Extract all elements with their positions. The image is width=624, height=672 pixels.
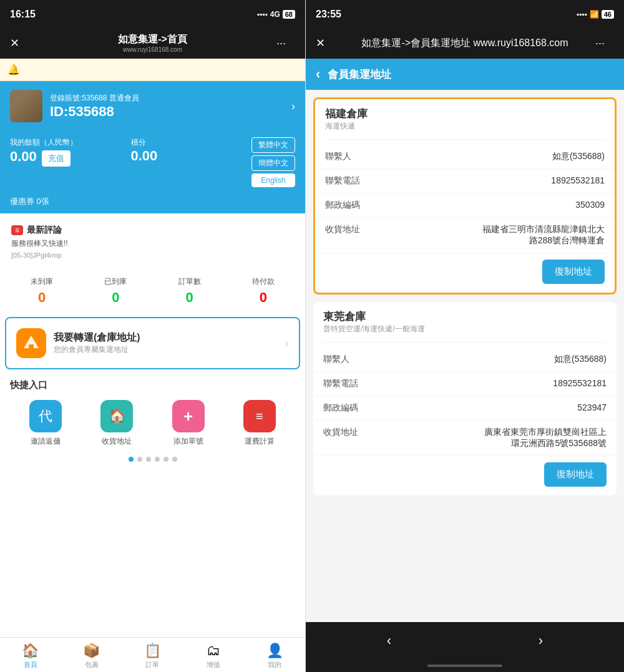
transfer-icon	[16, 328, 46, 358]
left-nav-center: 如意集運->首頁 www.ruyi168168.com	[29, 33, 276, 53]
transfer-subtitle: 您的會員專屬集運地址	[54, 344, 278, 355]
fujian-zip-row: 郵政編碼 350309	[315, 193, 615, 218]
prev-arrow-icon[interactable]: ‹	[387, 633, 391, 649]
fujian-zip-label: 郵政編碼	[325, 200, 360, 211]
user-label: 登錄賬號:535688 普通會員	[50, 93, 284, 104]
points-label: 積分	[131, 137, 246, 148]
lang-buttons: 繁體中文 簡體中文 English	[251, 137, 295, 187]
dongguan-address-row: 收貨地址 廣東省東莞市厚街鎮雙崗社區上環元洲西路5號535688號	[313, 421, 617, 456]
fujian-zip-value: 350309	[575, 200, 605, 210]
tab-mine[interactable]: 👤 我的	[244, 643, 305, 670]
tab-package[interactable]: 📦 包裹	[61, 643, 122, 670]
left-nav-title: 如意集運->首頁	[118, 33, 187, 46]
close-icon[interactable]: ✕	[10, 36, 29, 50]
left-nav-bar: ✕ 如意集運->首頁 www.ruyi168168.com ···	[0, 27, 305, 59]
lang-english[interactable]: English	[251, 173, 295, 187]
fujian-phone-value: 18925532181	[551, 175, 605, 185]
left-nav-subtitle: www.ruyi168168.com	[123, 46, 182, 53]
lang-simplified[interactable]: 簡體中文	[251, 155, 295, 171]
reviews-badge: ≡	[11, 225, 23, 235]
tab-home[interactable]: 🏠 首頁	[0, 643, 61, 670]
stat-value-2: 0	[186, 290, 193, 306]
left-status-bar: 16:15 ▪▪▪▪ 4G 68	[0, 0, 305, 27]
dongguan-name: 東莞倉庫	[323, 309, 607, 324]
value-tab-icon: 🗂	[207, 643, 220, 659]
dot-2	[137, 457, 142, 462]
reviews-title: 最新評論	[27, 225, 62, 236]
dot-4	[155, 457, 160, 462]
stat-value-1: 0	[112, 290, 119, 306]
stats-row: 未到庫 0 已到庫 0 訂單數 0 待付款 0	[5, 270, 300, 312]
balance-item: 我的餘額（人民幣） 0.00 充值	[10, 137, 125, 167]
right-close-icon[interactable]: ✕	[316, 36, 334, 50]
fujian-phone-label: 聯繫電話	[325, 175, 360, 187]
fujian-phone-row: 聯繫電話 18925532181	[315, 169, 615, 193]
balance-section: 我的餘額（人民幣） 0.00 充值 積分 0.00 繁體中文 簡體中文 Engl…	[0, 131, 305, 196]
dot-6	[172, 457, 177, 462]
recharge-button[interactable]: 充值	[42, 150, 71, 167]
right-phone: 23:55 ▪▪▪▪ 📶 46 ✕ 如意集運->會員集運地址 www.ruyi1…	[306, 0, 624, 672]
more-icon[interactable]: ···	[276, 37, 295, 50]
quick-add-number[interactable]: + 添加單號	[153, 400, 224, 447]
address-label: 收貨地址	[102, 436, 132, 447]
fujian-copy-button[interactable]: 復制地址	[542, 260, 605, 284]
dongguan-zip-label: 郵政編碼	[323, 402, 358, 414]
freight-icon: ≡	[243, 400, 276, 432]
fujian-contact-value: 如意(535688)	[552, 151, 605, 162]
quick-invite[interactable]: 代 邀請返傭	[10, 400, 81, 447]
tab-order[interactable]: 📋 訂單	[122, 643, 183, 670]
home-tab-label: 首頁	[24, 660, 37, 670]
stat-label-3: 待付款	[252, 276, 275, 287]
next-arrow-icon[interactable]: ›	[539, 633, 543, 649]
transfer-title: 我要轉運(倉庫地址)	[54, 331, 278, 344]
user-id: ID:535688	[50, 104, 284, 120]
user-info: 登錄賬號:535688 普通會員 ID:535688	[50, 93, 284, 120]
points-item: 積分 0.00	[131, 137, 246, 164]
coupon-label: 優惠券 0張	[10, 197, 49, 206]
quick-freight[interactable]: ≡ 運費計算	[224, 400, 295, 447]
dongguan-contact-row: 聯繫人 如意(535688)	[313, 348, 617, 372]
fujian-address-label: 收貨地址	[325, 224, 360, 235]
right-more-icon[interactable]: ···	[595, 37, 614, 50]
package-tab-icon: 📦	[83, 643, 100, 659]
dongguan-address-value: 廣東省東莞市厚街鎮雙崗社區上環元洲西路5號535688號	[482, 427, 607, 449]
right-bottom-nav: ‹ ›	[306, 622, 624, 660]
review-text: 服務很棒又快速!!	[11, 238, 294, 249]
stat-label-2: 訂單數	[178, 276, 201, 287]
home-tab-icon: 🏠	[22, 643, 39, 659]
warehouse-dongguan: 東莞倉庫 普特貨空運/海運快遞/一般海運 聯繫人 如意(535688) 聯繫電話…	[313, 302, 617, 495]
reviews-header: ≡ 最新評論	[11, 225, 294, 236]
stat-value-0: 0	[38, 290, 46, 306]
transfer-card[interactable]: 我要轉運(倉庫地址) 您的會員專屬集運地址 ›	[5, 317, 300, 369]
dongguan-phone-value: 18925532181	[553, 378, 607, 388]
back-arrow-icon[interactable]: ‹	[316, 66, 320, 82]
dongguan-contact-label: 聯繫人	[323, 354, 349, 365]
right-header-title: 會員集運地址	[328, 67, 391, 82]
lang-traditional[interactable]: 繁體中文	[251, 137, 295, 153]
dongguan-phone-label: 聯繫電話	[323, 378, 358, 389]
invite-icon: 代	[29, 400, 62, 432]
right-time: 23:55	[316, 9, 341, 20]
dot-3	[146, 457, 151, 462]
page-dots	[0, 452, 305, 467]
tab-value[interactable]: 🗂 增值	[183, 643, 244, 670]
dongguan-address-label: 收貨地址	[323, 427, 358, 438]
dongguan-copy-button[interactable]: 復制地址	[544, 462, 607, 487]
fujian-name: 福建倉庫	[325, 107, 605, 121]
dongguan-header: 東莞倉庫 普特貨空運/海運快遞/一般海運	[313, 302, 617, 337]
dongguan-zip-row: 郵政編碼 523947	[313, 396, 617, 421]
user-section[interactable]: 登錄賬號:535688 普通會員 ID:535688 ›	[0, 81, 305, 131]
quick-address[interactable]: 🏠 收貨地址	[81, 400, 152, 447]
stat-not-arrived: 未到庫 0	[5, 276, 79, 306]
balance-value: 0.00	[10, 149, 37, 165]
right-nav-center: 如意集運->會員集運地址 www.ruyi168168.com	[361, 37, 568, 50]
right-blue-header: ‹ 會員集運地址	[306, 59, 624, 90]
stat-value-3: 0	[260, 290, 267, 306]
svg-rect-1	[29, 344, 34, 348]
add-number-icon: +	[172, 400, 205, 432]
value-tab-label: 增值	[207, 660, 220, 670]
user-arrow-icon[interactable]: ›	[291, 100, 295, 113]
left-status-icons: ▪▪▪▪ 4G 68	[257, 10, 295, 19]
quick-icons: 代 邀請返傭 🏠 收貨地址 + 添加單號 ≡ 運費計算	[0, 395, 305, 452]
fujian-contact-row: 聯繫人 如意(535688)	[315, 145, 615, 169]
